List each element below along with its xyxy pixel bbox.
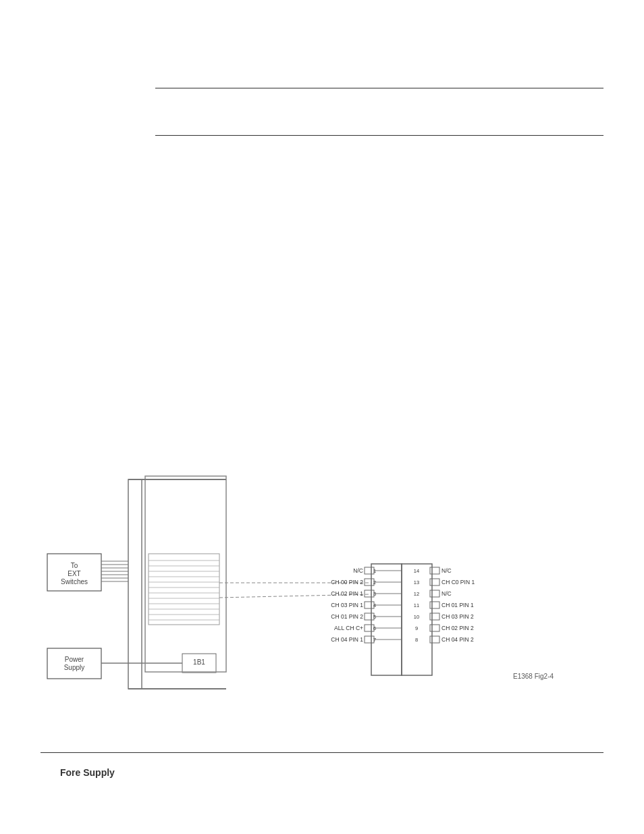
svg-rect-79 <box>430 613 439 620</box>
svg-text:14: 14 <box>414 568 419 574</box>
svg-text:CH 02 PIN 1: CH 02 PIN 1 <box>331 590 363 597</box>
svg-rect-54 <box>365 613 374 620</box>
svg-rect-62 <box>365 636 374 643</box>
svg-rect-22 <box>149 554 219 625</box>
svg-rect-50 <box>365 602 374 608</box>
svg-text:To: To <box>71 562 78 569</box>
svg-text:CH 03 PIN 2: CH 03 PIN 2 <box>441 613 474 620</box>
svg-text:EXT: EXT <box>68 570 80 577</box>
svg-text:CH 01 PIN 1: CH 01 PIN 1 <box>441 602 474 608</box>
svg-text:8: 8 <box>415 637 418 643</box>
svg-rect-76 <box>430 602 439 608</box>
svg-text:N/C: N/C <box>441 590 452 597</box>
svg-text:Power: Power <box>65 656 84 663</box>
svg-text:Switches: Switches <box>61 578 88 585</box>
hr-footer <box>41 752 603 753</box>
svg-rect-70 <box>430 579 439 585</box>
svg-text:ALL CH C+: ALL CH C+ <box>334 625 363 631</box>
svg-text:11: 11 <box>414 602 419 608</box>
svg-text:1B1: 1B1 <box>193 658 205 666</box>
svg-text:CH 04 PIN 2: CH 04 PIN 2 <box>441 636 474 643</box>
svg-rect-7 <box>128 479 142 689</box>
svg-rect-73 <box>430 590 439 597</box>
svg-rect-82 <box>430 625 439 631</box>
svg-rect-38 <box>365 567 374 574</box>
hr-bottom-header <box>155 135 603 136</box>
fore-supply-label: Fore Supply <box>60 767 115 778</box>
svg-text:CH 01 PIN 2: CH 01 PIN 2 <box>331 613 363 620</box>
svg-text:N/C: N/C <box>353 567 363 574</box>
svg-rect-46 <box>365 590 374 597</box>
hr-top <box>155 88 603 88</box>
svg-rect-42 <box>365 579 374 585</box>
svg-text:13: 13 <box>414 579 419 585</box>
svg-text:CH 02 PIN 2: CH 02 PIN 2 <box>441 625 474 631</box>
svg-rect-58 <box>365 625 374 631</box>
svg-text:9: 9 <box>415 625 418 631</box>
svg-rect-67 <box>430 567 439 574</box>
footer-text: Fore Supply <box>60 766 115 780</box>
svg-text:CH 00 PIN 2: CH 00 PIN 2 <box>331 579 363 585</box>
svg-text:Supply: Supply <box>64 664 85 671</box>
svg-text:10: 10 <box>414 614 419 620</box>
svg-text:N/C: N/C <box>441 567 452 574</box>
svg-rect-85 <box>430 636 439 643</box>
page-container: To EXT Switches Power Supply 1B1 <box>0 0 644 834</box>
svg-text:E1368 Fig2-4: E1368 Fig2-4 <box>513 673 554 680</box>
svg-text:12: 12 <box>414 591 419 597</box>
svg-text:CH C0 PIN 1: CH C0 PIN 1 <box>441 579 475 585</box>
diagram-area: To EXT Switches Power Supply 1B1 <box>41 439 603 723</box>
svg-rect-19 <box>145 476 226 672</box>
svg-text:CH 04 PIN 1: CH 04 PIN 1 <box>331 636 363 643</box>
svg-text:CH 03 PIN 1: CH 03 PIN 1 <box>331 602 363 608</box>
wiring-diagram: To EXT Switches Power Supply 1B1 <box>41 439 603 723</box>
